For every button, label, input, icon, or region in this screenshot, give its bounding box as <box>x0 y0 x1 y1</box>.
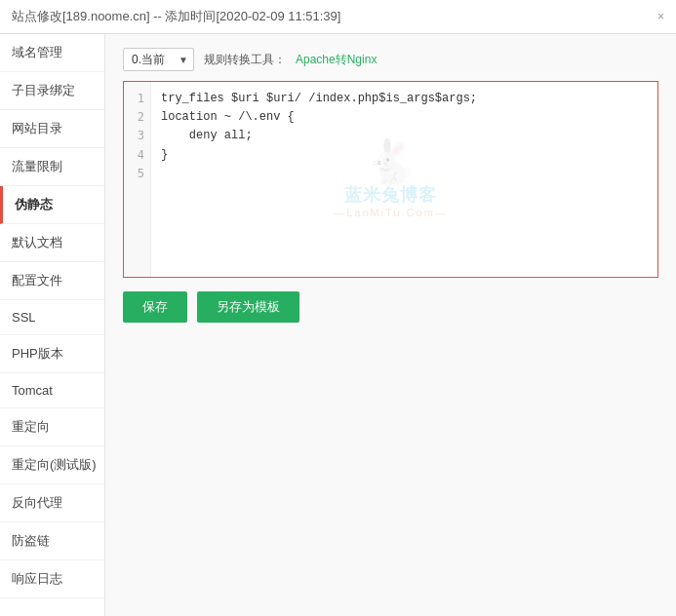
sidebar-item-config[interactable]: 配置文件 <box>0 262 104 300</box>
rule-tool-link[interactable]: Apache转Nginx <box>296 52 377 68</box>
sidebar-item-access_log[interactable]: 响应日志 <box>0 560 104 598</box>
sidebar-item-traffic[interactable]: 流量限制 <box>0 148 104 186</box>
code-editor: 12345 try_files $uri $uri/ /index.php$is… <box>123 81 658 278</box>
save-button[interactable]: 保存 <box>123 291 187 323</box>
sidebar-item-reverse_proxy[interactable]: 反向代理 <box>0 484 104 522</box>
page-title: 站点修改[189.noome.cn] -- 添加时间[2020-02-09 11… <box>12 8 340 25</box>
content-area: 0.当前 ▼ 规则转换工具： Apache转Nginx 12345 try_fi… <box>105 34 676 616</box>
rule-tool-label: 规则转换工具： <box>204 52 286 68</box>
line-numbers: 12345 <box>124 82 151 277</box>
close-icon[interactable]: × <box>657 10 664 23</box>
sidebar-item-hotlink[interactable]: 防盗链 <box>0 522 104 560</box>
page-wrapper: 站点修改[189.noome.cn] -- 添加时间[2020-02-09 11… <box>0 0 676 616</box>
code-content[interactable]: try_files $uri $uri/ /index.php$is_args$… <box>151 82 657 277</box>
sidebar-item-php[interactable]: PHP版本 <box>0 335 104 373</box>
top-bar: 站点修改[189.noome.cn] -- 添加时间[2020-02-09 11… <box>0 0 676 34</box>
sidebar-item-domain[interactable]: 域名管理 <box>0 34 104 72</box>
code-area: 12345 try_files $uri $uri/ /index.php$is… <box>124 82 657 277</box>
sidebar-item-tomcat[interactable]: Tomcat <box>0 373 104 408</box>
toolbar-row: 0.当前 ▼ 规则转换工具： Apache转Nginx <box>123 48 658 71</box>
sidebar-item-ssl[interactable]: SSL <box>0 300 104 335</box>
version-select-wrapper: 0.当前 ▼ <box>123 48 194 71</box>
sidebar-item-subdir[interactable]: 子目录绑定 <box>0 72 104 110</box>
main-layout: 域名管理子目录绑定网站目录流量限制伪静态默认文档配置文件SSLPHP版本Tomc… <box>0 34 676 616</box>
sidebar: 域名管理子目录绑定网站目录流量限制伪静态默认文档配置文件SSLPHP版本Tomc… <box>0 34 105 616</box>
sidebar-item-webroot[interactable]: 网站目录 <box>0 110 104 148</box>
button-row: 保存 另存为模板 <box>123 291 658 323</box>
save-as-template-button[interactable]: 另存为模板 <box>197 291 299 323</box>
version-select[interactable]: 0.当前 <box>123 48 194 71</box>
sidebar-item-default_doc[interactable]: 默认文档 <box>0 224 104 262</box>
sidebar-item-redirect[interactable]: 重定向 <box>0 408 104 446</box>
sidebar-item-rewrite[interactable]: 伪静态 <box>0 186 104 224</box>
sidebar-item-redirect_test[interactable]: 重定向(测试版) <box>0 446 104 484</box>
